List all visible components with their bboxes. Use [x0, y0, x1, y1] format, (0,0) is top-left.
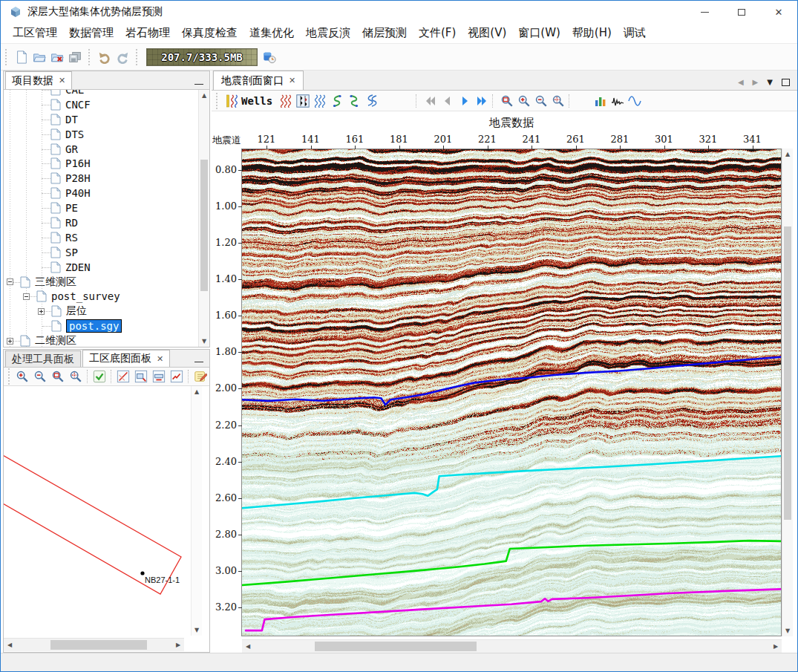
tree-item-label[interactable]: 二维测区: [35, 334, 76, 347]
tab-seismic-section[interactable]: 地震剖面窗口 ✕: [213, 71, 304, 90]
tree-item-label[interactable]: 层位: [66, 304, 87, 318]
nav-first-icon[interactable]: [423, 94, 437, 108]
wiggle-red-icon[interactable]: [278, 94, 292, 108]
wiggle-blue-icon[interactable]: [313, 94, 327, 108]
project-tab-close-icon[interactable]: ✕: [59, 76, 65, 85]
tree-item-label[interactable]: DTS: [65, 128, 84, 140]
spectrum-icon[interactable]: [644, 94, 658, 108]
scroll-thumb[interactable]: [200, 160, 208, 291]
tree-item[interactable]: 三维测区: [4, 275, 198, 290]
scroll-down-icon[interactable]: ▼: [192, 624, 202, 636]
minimize-button[interactable]: [686, 1, 723, 23]
tree-item-label[interactable]: 三维测区: [35, 275, 76, 289]
interp-s1-icon[interactable]: [330, 94, 344, 108]
tree-item[interactable]: 层位: [4, 304, 198, 319]
scroll-up-icon[interactable]: ▲: [199, 90, 209, 101]
tree-item[interactable]: DT: [4, 112, 198, 127]
tree-item[interactable]: post.sgy: [4, 319, 198, 333]
survey-tool-icon[interactable]: [116, 369, 131, 384]
nav-last-icon[interactable]: [474, 94, 488, 108]
scroll-left-icon[interactable]: ◀: [4, 639, 16, 651]
interp-ss-icon[interactable]: [364, 94, 378, 108]
sine-wave-icon[interactable]: [627, 94, 641, 108]
tab-basemap[interactable]: 工区底图面板 ✕: [82, 350, 170, 367]
menu-item[interactable]: 岩石物理: [120, 24, 176, 42]
well-marker[interactable]: [140, 571, 144, 575]
zoom-out-icon[interactable]: [33, 369, 48, 384]
tree-item-label[interactable]: PE: [65, 202, 78, 214]
zoom-window-icon[interactable]: [50, 369, 65, 384]
tree-item[interactable]: P16H: [4, 156, 198, 171]
basemap-view[interactable]: NB27-1-1: [4, 386, 192, 636]
close-button[interactable]: ✕: [760, 1, 797, 23]
tab-processing-tools[interactable]: 处理工具面板: [5, 350, 81, 367]
seismic-section-canvas[interactable]: [242, 149, 781, 636]
tree-item[interactable]: CNCF: [4, 97, 198, 112]
scroll-thumb[interactable]: [315, 642, 477, 651]
zoom-window-icon[interactable]: [500, 94, 514, 108]
tree-item[interactable]: P28H: [4, 171, 198, 186]
database-clock-icon[interactable]: [262, 50, 277, 65]
tree-item[interactable]: post_survey: [4, 289, 198, 304]
menu-item[interactable]: 保真度检查: [176, 24, 243, 42]
tree-item[interactable]: DTS: [4, 127, 198, 142]
tree-item-label[interactable]: P28H: [65, 172, 91, 184]
wells-display-icon[interactable]: [225, 94, 239, 108]
tree-item-label[interactable]: P16H: [65, 157, 91, 169]
menu-item[interactable]: 数据管理: [63, 24, 120, 42]
scroll-up-icon[interactable]: ▲: [192, 386, 202, 397]
menu-item[interactable]: 储层预测: [356, 24, 413, 42]
wells-toggle-label[interactable]: Wells: [241, 95, 272, 107]
tree-item-label[interactable]: CNCF: [65, 99, 91, 111]
tree-item[interactable]: GR: [4, 142, 198, 157]
tree-item-label[interactable]: post_survey: [51, 290, 120, 302]
new-project-icon[interactable]: [14, 50, 29, 65]
fault-tool-icon[interactable]: [169, 369, 184, 384]
seismic-tab-close-icon[interactable]: ✕: [289, 76, 295, 85]
seismic-vscrollbar[interactable]: ▲ ▼: [782, 149, 793, 636]
tab-scroll-left-icon[interactable]: ◀: [738, 78, 744, 86]
wavelet-icon[interactable]: [610, 94, 624, 108]
menu-item[interactable]: 工区管理: [7, 24, 63, 42]
basemap-panel-minimize-button[interactable]: [194, 362, 203, 362]
basemap-tab-close-icon[interactable]: ✕: [157, 354, 163, 364]
inline-select-tool-icon[interactable]: [134, 369, 148, 384]
menu-item[interactable]: 窗口(W): [512, 24, 566, 42]
nav-prev-icon[interactable]: [440, 94, 454, 108]
menu-item[interactable]: 文件(F): [413, 24, 462, 42]
tree-item-label[interactable]: P40H: [65, 187, 91, 199]
tree-item-label[interactable]: SP: [65, 247, 78, 258]
project-panel-tab[interactable]: 项目数据 ✕: [5, 71, 72, 89]
wiggle-va-icon[interactable]: [295, 94, 310, 108]
restore-window-icon[interactable]: [782, 79, 790, 86]
menu-item[interactable]: 地震反演: [300, 24, 356, 42]
annotate-tool-icon[interactable]: [193, 369, 208, 384]
save-project-icon[interactable]: [68, 50, 82, 65]
tree-expand-minus-icon[interactable]: [7, 278, 13, 285]
tree-item-label[interactable]: GR: [65, 143, 78, 155]
nav-next-icon[interactable]: [457, 94, 471, 108]
scroll-thumb[interactable]: [784, 226, 791, 520]
scroll-thumb[interactable]: [50, 640, 147, 650]
tree-item[interactable]: SP: [4, 245, 198, 260]
scroll-right-icon[interactable]: ▶: [770, 640, 782, 653]
colormap-icon[interactable]: [576, 94, 590, 108]
zoom-full-icon[interactable]: [551, 94, 565, 108]
zoom-in-icon[interactable]: [15, 369, 30, 384]
color-density-icon[interactable]: [398, 94, 412, 108]
tree-item-label[interactable]: ZDEN: [65, 261, 91, 273]
stripes-density-icon[interactable]: [381, 94, 395, 108]
tree-item[interactable]: P40H: [4, 186, 198, 200]
menu-item[interactable]: 视图(V): [462, 24, 512, 42]
zoom-out-icon[interactable]: [534, 94, 548, 108]
maximize-button[interactable]: [723, 1, 760, 23]
tree-item-label[interactable]: post.sgy: [66, 319, 122, 333]
zoom-full-icon[interactable]: [68, 369, 83, 384]
tree-item[interactable]: PE: [4, 200, 198, 215]
menu-item[interactable]: 帮助(H): [566, 24, 618, 42]
project-panel-minimize-button[interactable]: [194, 84, 203, 85]
tree-expand-plus-icon[interactable]: [7, 338, 13, 345]
tree-expand-minus-icon[interactable]: [23, 293, 30, 300]
tree-expand-plus-icon[interactable]: [38, 308, 45, 315]
zoom-in-icon[interactable]: [517, 94, 531, 108]
